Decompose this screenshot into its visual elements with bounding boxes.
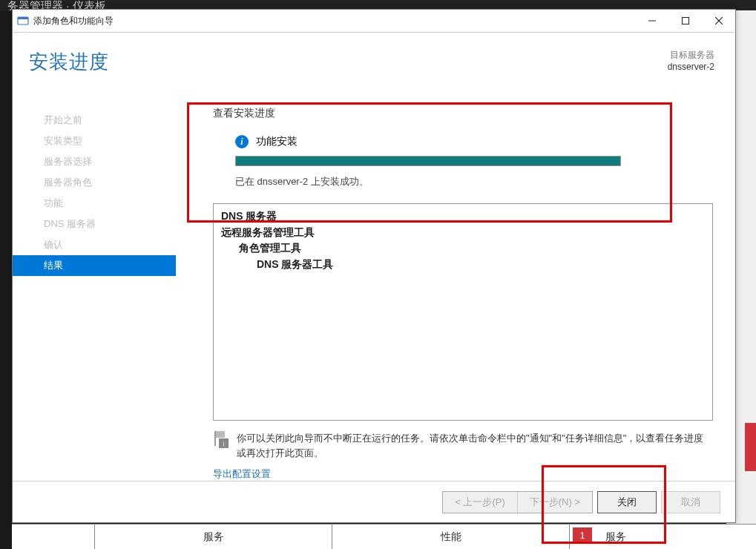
header: 安装进度 目标服务器 dnsserver-2 bbox=[13, 33, 735, 102]
bottom-cell bbox=[12, 525, 95, 549]
close-window-button[interactable] bbox=[702, 10, 735, 31]
info-icon: i bbox=[235, 135, 249, 148]
nav-button-group: < 上一步(P) 下一步(N) > bbox=[442, 491, 593, 513]
progress-fill bbox=[236, 157, 620, 165]
hint-text: 你可以关闭此向导而不中断正在运行的任务。请依次单击命令栏中的"通知"和"任务详细… bbox=[237, 431, 713, 460]
footer: < 上一步(P) 下一步(N) > 关闭 取消 bbox=[13, 481, 735, 522]
status-row: i 功能安装 bbox=[235, 135, 713, 148]
step-dns-server: DNS 服务器 bbox=[13, 214, 176, 234]
close-button[interactable]: 关闭 bbox=[597, 491, 657, 513]
svg-rect-3 bbox=[682, 18, 688, 24]
tree-item: DNS 服务器 bbox=[221, 208, 705, 225]
bottom-cell-label: 服务 bbox=[605, 530, 626, 544]
alert-badge: 1 bbox=[573, 527, 592, 544]
tree-item: 远程服务器管理工具 bbox=[221, 225, 705, 241]
section-label: 查看安装进度 bbox=[213, 107, 713, 120]
tree-item: 角色管理工具 bbox=[221, 240, 705, 257]
tree-item: DNS 服务器工具 bbox=[221, 257, 705, 273]
maximize-button[interactable] bbox=[668, 10, 702, 31]
flag-icon: i bbox=[213, 431, 229, 447]
step-server-roles: 服务器角色 bbox=[13, 172, 176, 193]
content-panel: 查看安装进度 i 功能安装 已在 dnsserver-2 上安装成功。 DNS … bbox=[176, 102, 735, 481]
hint-row: i 你可以关闭此向导而不中断正在运行的任务。请依次单击命令栏中的"通知"和"任务… bbox=[213, 431, 713, 460]
step-server-selection: 服务器选择 bbox=[13, 151, 176, 172]
page-title: 安装进度 bbox=[29, 49, 109, 75]
target-label: 目标服务器 bbox=[668, 49, 714, 62]
step-confirm: 确认 bbox=[13, 234, 176, 255]
status-text: 功能安装 bbox=[256, 135, 298, 148]
titlebar: 添加角色和功能向导 bbox=[13, 10, 735, 32]
background-red-strip bbox=[745, 423, 756, 471]
progress-bar bbox=[235, 156, 621, 166]
step-results[interactable]: 结果 bbox=[13, 255, 176, 276]
wizard-steps: 开始之前 安装类型 服务器选择 服务器角色 功能 DNS 服务器 确认 结果 bbox=[13, 102, 176, 481]
app-icon bbox=[17, 15, 29, 27]
bottom-cell-services-2[interactable]: 1 服务 bbox=[570, 525, 756, 549]
previous-button: < 上一步(P) bbox=[443, 492, 518, 513]
success-message: 已在 dnsserver-2 上安装成功。 bbox=[235, 175, 713, 188]
step-features: 功能 bbox=[13, 193, 176, 214]
background-bottom-strip: 服务 性能 1 服务 bbox=[12, 524, 756, 549]
next-button: 下一步(N) > bbox=[518, 492, 592, 513]
window-title: 添加角色和功能向导 bbox=[33, 15, 114, 27]
bottom-cell-performance[interactable]: 性能 bbox=[332, 525, 570, 549]
export-config-link[interactable]: 导出配置设置 bbox=[213, 467, 713, 481]
step-before-you-begin: 开始之前 bbox=[13, 110, 176, 131]
results-tree: DNS 服务器 远程服务器管理工具 角色管理工具 DNS 服务器工具 bbox=[213, 203, 713, 421]
target-server-block: 目标服务器 dnsserver-2 bbox=[668, 49, 714, 72]
wizard-dialog: 添加角色和功能向导 安装进度 目标服务器 dnsserver-2 开始 bbox=[12, 9, 736, 523]
minimize-button[interactable] bbox=[635, 10, 668, 31]
target-server-name: dnsserver-2 bbox=[668, 62, 714, 72]
bottom-cell-services[interactable]: 服务 bbox=[95, 525, 332, 549]
cancel-button: 取消 bbox=[661, 491, 720, 513]
svg-rect-1 bbox=[18, 17, 28, 19]
step-install-type: 安装类型 bbox=[13, 131, 176, 151]
